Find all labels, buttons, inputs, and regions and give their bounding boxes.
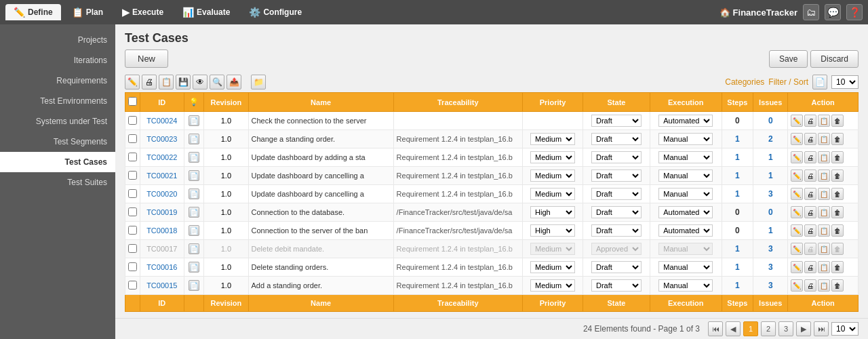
nav-icon-1[interactable]: 🗂 [803,4,819,20]
steps-badge-3[interactable]: 1 [735,171,740,180]
sidebar-item-projects[interactable]: Projects [0,30,115,50]
delete-action-5[interactable]: 🗑 [831,206,844,218]
last-page-btn[interactable]: ⏭ [814,321,829,336]
state-select-1[interactable]: Draft Approved Review [591,133,642,145]
delete-action-2[interactable]: 🗑 [831,151,844,163]
issues-badge-7[interactable]: 3 [768,244,773,254]
export-tool-icon[interactable]: 📤 [226,75,241,89]
first-page-btn[interactable]: ⏮ [708,321,723,336]
copy-action-1[interactable]: 📋 [818,133,830,145]
row-checkbox-8[interactable] [128,262,137,271]
row-checkbox-5[interactable] [128,207,137,216]
delete-action-3[interactable]: 🗑 [831,170,844,182]
row-id-1[interactable]: TC00023 [140,130,184,148]
row-checkbox-3[interactable] [128,171,137,180]
delete-action-8[interactable]: 🗑 [831,261,844,273]
sidebar-item-iterations[interactable]: Iterations [0,50,115,71]
copy-action-3[interactable]: 📋 [818,170,830,182]
delete-action-4[interactable]: 🗑 [831,188,844,200]
row-checkbox-7[interactable] [128,244,137,253]
copy-action-6[interactable]: 📋 [818,224,830,237]
execution-select-3[interactable]: Automated Manual [658,170,713,182]
pagination-page-size[interactable]: 10 25 50 [831,322,859,336]
steps-badge-6[interactable]: 0 [735,226,740,235]
copy-action-8[interactable]: 📋 [818,261,830,273]
edit-action-7[interactable]: ✏️ [791,243,803,255]
copy-action-7[interactable]: 📋 [818,243,830,255]
state-select-5[interactable]: Draft Approved Review [591,206,642,218]
page-btn-2[interactable]: 2 [761,321,776,336]
delete-action-6[interactable]: 🗑 [831,224,844,237]
row-checkbox-9[interactable] [128,281,137,290]
steps-badge-2[interactable]: 1 [735,153,740,162]
state-select-0[interactable]: Draft Approved Review [591,115,642,127]
row-checkbox-2[interactable] [128,153,137,161]
nav-tab-plan[interactable]: 📋 Plan [64,4,111,20]
edit-action-5[interactable]: ✏️ [791,206,803,218]
execution-select-9[interactable]: Automated Manual [658,279,713,292]
next-page-btn[interactable]: ▶ [796,321,811,336]
priority-select-6[interactable]: Medium High Low [530,224,575,237]
priority-select-5[interactable]: Medium High Low [530,206,575,218]
delete-action-9[interactable]: 🗑 [831,279,844,292]
page-size-select[interactable]: 10 25 50 [831,75,859,89]
nav-tab-define[interactable]: ✏️ Define [5,4,61,20]
priority-select-4[interactable]: Medium High Low [530,188,575,200]
issues-badge-8[interactable]: 3 [768,262,773,272]
edit-action-1[interactable]: ✏️ [791,133,803,145]
row-id-4[interactable]: TC00020 [140,185,184,203]
sidebar-item-test-suites[interactable]: Test Suites [0,172,115,193]
issues-badge-3[interactable]: 1 [768,171,773,180]
row-id-9[interactable]: TC00015 [140,277,184,295]
copy-action-2[interactable]: 📋 [818,151,830,163]
state-select-9[interactable]: Draft Approved Review [591,279,642,292]
row-id-2[interactable]: TC00022 [140,148,184,167]
delete-action-0[interactable]: 🗑 [831,115,844,127]
execution-select-1[interactable]: Automated Manual [658,133,713,145]
sidebar-item-requirements[interactable]: Requirements [0,71,115,91]
row-checkbox-6[interactable] [128,226,137,235]
row-id-8[interactable]: TC00016 [140,258,184,277]
state-select-7[interactable]: Draft Approved Review [591,243,642,255]
sidebar-item-test-cases[interactable]: Test Cases [0,152,115,172]
export-csv-icon[interactable]: 📄 [812,75,827,89]
issues-badge-1[interactable]: 2 [768,134,773,144]
priority-select-1[interactable]: Medium High Low [530,133,575,145]
priority-select-7[interactable]: Medium High Low [530,243,575,255]
nav-tab-configure[interactable]: ⚙️ Configure [241,4,310,20]
priority-select-9[interactable]: Medium High Low [530,279,575,292]
sidebar-item-test-environments[interactable]: Test Environments [0,91,115,111]
state-select-2[interactable]: Draft Approved Review [591,151,642,163]
execution-select-0[interactable]: Automated Manual [658,115,713,127]
execution-select-4[interactable]: Automated Manual [658,188,713,200]
edit-tool-icon[interactable]: ✏️ [125,75,140,89]
edit-action-3[interactable]: ✏️ [791,170,803,182]
copy-action-9[interactable]: 📋 [818,279,830,292]
print-action-0[interactable]: 🖨 [804,115,816,127]
print-action-3[interactable]: 🖨 [804,170,816,182]
priority-select-8[interactable]: Medium High Low [530,261,575,273]
steps-badge-5[interactable]: 0 [735,207,740,217]
view-tool-icon[interactable]: 👁 [193,75,208,89]
select-all-checkbox[interactable] [128,97,137,106]
print-action-9[interactable]: 🖨 [804,279,816,292]
copy-tool-icon[interactable]: 📋 [159,75,174,89]
steps-badge-4[interactable]: 1 [735,189,740,199]
page-btn-1[interactable]: 1 [743,321,758,336]
sidebar-item-systems-under-test[interactable]: Systems under Test [0,111,115,132]
filter-tool-icon[interactable]: 🔍 [210,75,224,89]
page-btn-3[interactable]: 3 [778,321,793,336]
state-select-4[interactable]: Draft Approved Review [591,188,642,200]
priority-select-2[interactable]: Medium High Low [530,151,575,163]
edit-action-2[interactable]: ✏️ [791,151,803,163]
state-select-8[interactable]: Draft Approved Review [591,261,642,273]
print-action-5[interactable]: 🖨 [804,206,816,218]
nav-tab-evaluate[interactable]: 📊 Evaluate [174,4,238,20]
copy-action-5[interactable]: 📋 [818,206,830,218]
edit-action-0[interactable]: ✏️ [791,115,803,127]
execution-select-7[interactable]: Automated Manual [658,243,713,255]
steps-badge-0[interactable]: 0 [735,116,740,125]
issues-badge-5[interactable]: 0 [768,207,773,217]
row-checkbox-4[interactable] [128,189,137,198]
issues-badge-2[interactable]: 1 [768,153,773,162]
